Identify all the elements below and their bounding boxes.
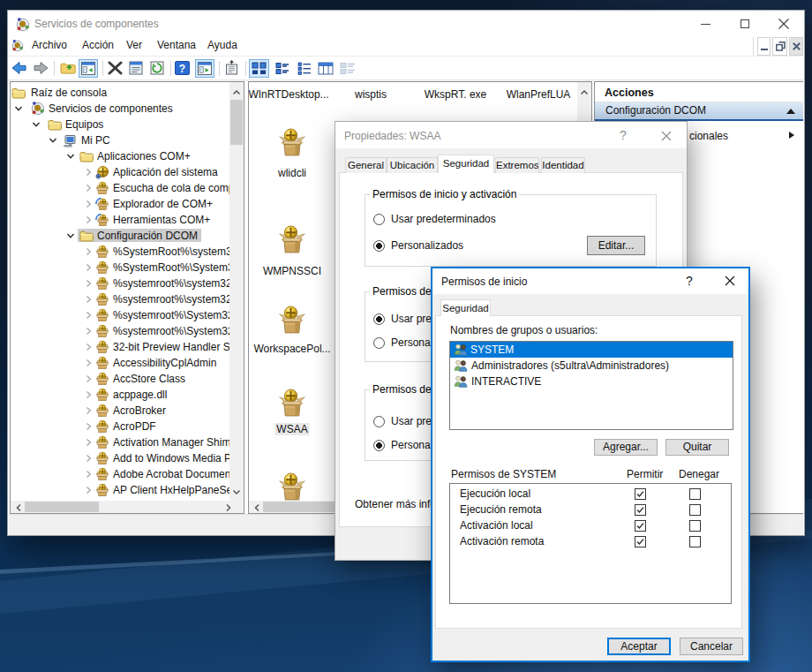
svg-text:?: ? <box>179 63 185 75</box>
